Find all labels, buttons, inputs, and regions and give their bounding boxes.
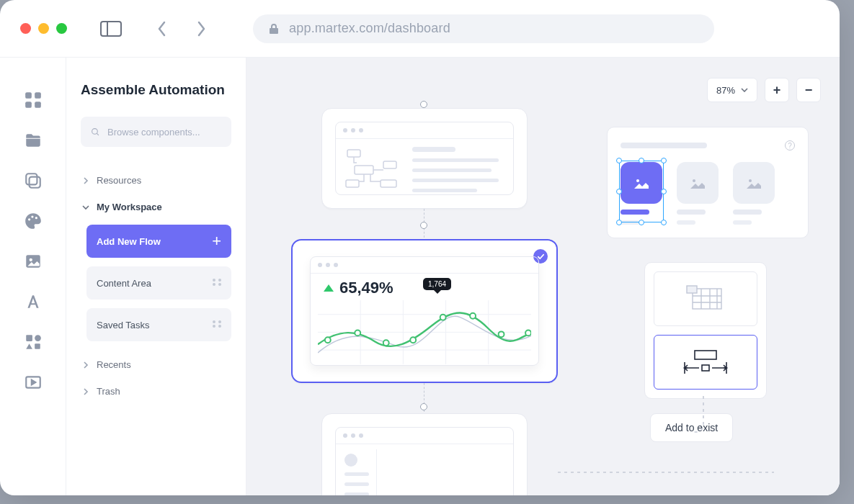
tree-label: Recents [97, 359, 131, 370]
close-window-icon[interactable] [20, 23, 31, 34]
svg-rect-11 [26, 335, 32, 341]
svg-point-7 [31, 215, 33, 217]
tree-label: My Workspace [97, 202, 162, 212]
svg-point-8 [35, 217, 37, 219]
item-label: Content Area [97, 278, 151, 289]
window-dots-icon [318, 263, 338, 267]
flow-node-stats[interactable]: 65,49% 1,764 [291, 239, 558, 383]
svg-rect-16 [347, 150, 360, 157]
svg-point-37 [693, 179, 695, 182]
search-icon [91, 127, 100, 138]
chevron-right-icon [82, 361, 89, 369]
svg-point-34 [499, 331, 504, 337]
chart-tooltip: 1,764 [423, 278, 451, 290]
component-search[interactable] [81, 117, 231, 147]
svg-rect-13 [35, 343, 40, 349]
chevron-down-icon [741, 88, 748, 92]
svg-point-12 [35, 335, 41, 341]
side-panel: Assemble Automation Resources My Workspa… [66, 58, 246, 495]
video-icon[interactable] [24, 373, 43, 392]
workspace-item-saved-tasks[interactable]: Saved Tasks [86, 308, 231, 341]
layout-options [644, 262, 767, 399]
svg-point-31 [410, 337, 416, 343]
zoom-out-button[interactable]: − [796, 78, 821, 102]
zoom-in-button[interactable]: + [765, 78, 789, 102]
flow-port[interactable] [420, 403, 427, 410]
text-icon[interactable] [24, 292, 43, 311]
table-icon [685, 284, 726, 313]
svg-point-28 [325, 337, 331, 343]
image-icon [747, 177, 761, 189]
svg-rect-17 [355, 166, 373, 174]
flow-port[interactable] [420, 101, 427, 108]
layers-icon[interactable] [24, 171, 43, 190]
tree-trash[interactable]: Trash [81, 378, 231, 405]
tree-recents[interactable]: Recents [81, 351, 231, 378]
placeholder-title [621, 143, 707, 148]
image-icon [690, 177, 705, 189]
svg-rect-18 [383, 161, 396, 168]
minimize-window-icon[interactable] [38, 23, 49, 34]
drag-handle-icon[interactable] [213, 319, 221, 330]
button-label: Add New Flow [97, 236, 161, 247]
svg-point-33 [470, 313, 476, 319]
help-icon[interactable]: ? [785, 140, 795, 150]
dashboard-icon[interactable] [24, 91, 43, 109]
media-card[interactable]: ? [607, 127, 809, 238]
tree-my-workspace[interactable]: My Workspace [81, 194, 231, 220]
svg-rect-49 [702, 365, 709, 371]
url-text: app.martex.com/dashboard [289, 21, 450, 36]
svg-point-30 [383, 340, 389, 346]
zoom-percent-dropdown[interactable]: 87% [707, 78, 757, 102]
media-thumb[interactable] [677, 162, 719, 225]
window-dots-icon [343, 128, 363, 132]
placeholder-lines [412, 147, 503, 192]
zoom-controls: 87% + − [707, 78, 821, 102]
svg-point-29 [355, 330, 360, 336]
address-bar[interactable]: app.martex.com/dashboard [253, 14, 714, 43]
tool-rail [0, 58, 66, 495]
flowchart-icon [344, 148, 402, 192]
nav-back-button[interactable] [146, 13, 178, 45]
workspace-item-content-area[interactable]: Content Area [86, 266, 231, 300]
svg-point-32 [440, 315, 446, 320]
workspace-children: Add New Flow + Content Area Saved Tasks [86, 225, 231, 341]
line-chart-icon [318, 300, 531, 364]
svg-rect-1 [35, 92, 41, 99]
flow-canvas[interactable]: 87% + − [246, 58, 840, 495]
lock-icon [269, 23, 279, 35]
folder-icon[interactable] [24, 131, 43, 150]
window-dots-icon [343, 433, 363, 438]
svg-rect-3 [35, 102, 41, 108]
layout-option-grid[interactable] [654, 271, 757, 326]
flow-node-diagram[interactable] [321, 108, 528, 209]
node-preview [335, 427, 514, 495]
node-preview: 65,49% 1,764 [310, 256, 539, 366]
svg-point-36 [636, 179, 639, 182]
maximize-window-icon[interactable] [56, 23, 67, 34]
media-thumb-selected[interactable] [621, 162, 662, 225]
image-icon[interactable] [24, 252, 43, 271]
svg-point-35 [525, 330, 531, 336]
flow-node-document[interactable] [321, 413, 528, 495]
layout-option-spacing[interactable] [654, 335, 757, 390]
nav-forward-button[interactable] [185, 13, 217, 45]
svg-rect-45 [687, 286, 697, 293]
add-new-flow-button[interactable]: Add New Flow + [86, 225, 231, 258]
tree-resources[interactable]: Resources [81, 167, 231, 194]
tree-label: Trash [97, 386, 120, 397]
flow-port[interactable] [420, 222, 427, 229]
chevron-right-icon [82, 388, 89, 395]
browser-chrome: app.martex.com/dashboard [0, 0, 840, 58]
flow-edge [703, 396, 768, 442]
media-thumb[interactable] [733, 162, 775, 225]
svg-point-10 [29, 258, 32, 261]
shapes-icon[interactable] [24, 333, 43, 351]
sidebar-toggle-icon[interactable] [100, 21, 122, 37]
svg-point-15 [92, 128, 98, 134]
palette-icon[interactable] [24, 212, 43, 230]
chevron-down-icon [82, 204, 89, 211]
traffic-lights [20, 23, 67, 34]
search-input[interactable] [107, 127, 221, 138]
drag-handle-icon[interactable] [213, 277, 221, 289]
